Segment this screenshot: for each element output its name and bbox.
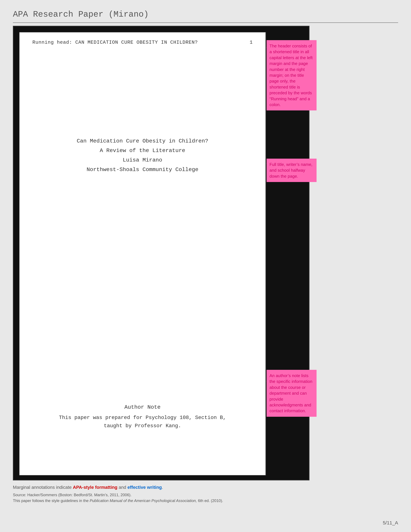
page-id: 5/11_A (383, 520, 398, 526)
page-title: APA Research Paper (Mirano) (13, 10, 398, 23)
document: Running head: CAN MEDICATION CURE OBESIT… (19, 32, 266, 475)
title-line3: Luisa Mirano (123, 156, 162, 164)
marginal-caption: Marginal annotations indicate APA-style … (13, 484, 398, 491)
running-head-text: Running head: CAN MEDICATION CURE OBESIT… (32, 40, 198, 45)
title-line4: Northwest-Shoals Community College (86, 166, 198, 174)
publication-manual-italic: Publication Manual of the American Psych… (90, 498, 197, 503)
page-number: 1 (250, 40, 252, 45)
annotation-box-3: An author’s note lists the specific info… (267, 370, 317, 417)
annotation-2-text: Full title, writer’s name, and school ha… (270, 162, 312, 179)
author-note-text2: taught by Professor Kang. (19, 422, 265, 430)
author-note-section: Author Note This paper was prepared for … (19, 404, 265, 430)
annotation-box-1: The header consists of a shortened title… (267, 40, 317, 110)
effective-writing-text: effective writing (128, 485, 162, 490)
source-line1: Source: Hacker/Sommers (Boston: Bedford/… (13, 493, 398, 497)
annotation-1-text: The header consists of a shortened title… (270, 44, 313, 107)
apa-style-text: APA-style formatting (73, 485, 117, 490)
doc-header: Running head: CAN MEDICATION CURE OBESIT… (19, 32, 265, 48)
title-line2: A Review of the Literature (100, 147, 185, 155)
annotation-3-text: An author’s note lists the specific info… (270, 373, 312, 413)
author-note-text1: This paper was prepared for Psychology 1… (19, 414, 265, 422)
author-note-heading: Author Note (19, 404, 265, 410)
paper-border: Running head: CAN MEDICATION CURE OBESIT… (13, 26, 309, 480)
bottom-section: Marginal annotations indicate APA-style … (13, 484, 398, 503)
title-block: Can Medication Cure Obesity in Children?… (19, 137, 265, 175)
title-line1: Can Medication Cure Obesity in Children? (77, 137, 208, 145)
main-content: APA Research Paper (Mirano) Running head… (0, 0, 411, 532)
vertical-connector-line (266, 32, 266, 475)
annotation-box-2: Full title, writer’s name, and school ha… (267, 159, 317, 182)
source-line2: This paper follows the style guidelines … (13, 498, 398, 503)
